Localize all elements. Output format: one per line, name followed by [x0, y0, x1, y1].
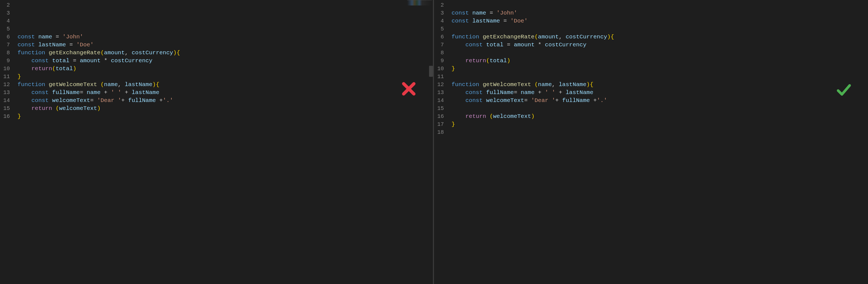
line-number[interactable]: 10 [434, 65, 446, 73]
line-number[interactable]: 16 [434, 113, 446, 120]
code-line[interactable]: return (welcomeText) [452, 113, 868, 120]
scrollbar-thumb[interactable] [429, 66, 433, 77]
editor-pane-left[interactable]: 2345678910111213141516 const name = 'Joh… [0, 0, 434, 284]
line-number[interactable]: 4 [434, 17, 446, 25]
line-number[interactable]: 15 [0, 104, 12, 113]
token-op [483, 89, 486, 96]
token-kw: const [31, 89, 49, 96]
code-line[interactable] [452, 49, 868, 57]
code-line[interactable]: const welcomeText= 'Dear '+ fullName +'.… [18, 96, 433, 104]
code-line[interactable] [18, 120, 433, 128]
line-number[interactable]: 8 [434, 49, 446, 57]
token-kw: const [31, 58, 49, 64]
line-number[interactable]: 3 [0, 9, 12, 17]
line-number[interactable]: 12 [0, 81, 12, 89]
line-number[interactable]: 13 [434, 89, 446, 96]
token-kw: const [465, 42, 483, 48]
line-number[interactable]: 14 [0, 96, 12, 104]
token-op: = [486, 10, 497, 16]
code-line[interactable]: } [18, 73, 433, 81]
token-op: * [535, 42, 545, 48]
token-var: lastName [132, 89, 159, 96]
code-line[interactable]: return (welcomeText) [18, 104, 433, 113]
token-var: fullName [128, 97, 156, 104]
code-line[interactable]: const lastName = 'Doe' [452, 17, 868, 25]
code-line[interactable]: function getWelcomeText (name, lastName)… [452, 81, 868, 89]
token-str: 'Doe' [510, 18, 528, 24]
code-line[interactable]: function getExchangeRate(amount, costCur… [18, 49, 433, 57]
line-number[interactable]: 15 [434, 104, 446, 113]
token-op [49, 58, 52, 64]
line-number[interactable]: 2 [434, 1, 446, 9]
token-op [49, 89, 52, 96]
token-op [35, 34, 38, 40]
line-number[interactable]: 2 [0, 1, 12, 9]
code-line[interactable]: return(total) [18, 65, 433, 73]
code-area[interactable]: const name = 'John'const lastName = 'Doe… [12, 0, 433, 284]
editor-pane-right[interactable]: 23456789101112131415161718 const name = … [434, 0, 868, 284]
token-str: '.' [163, 97, 173, 104]
code-line[interactable]: } [452, 65, 868, 73]
line-number[interactable]: 12 [434, 81, 446, 89]
line-number[interactable]: 18 [434, 128, 446, 136]
code-line[interactable] [452, 73, 868, 81]
code-line[interactable] [18, 25, 433, 33]
line-number[interactable]: 9 [0, 57, 12, 65]
code-line[interactable]: const lastName = 'Doe' [18, 41, 433, 49]
token-kw: const [465, 97, 483, 104]
token-kw: function [452, 82, 479, 88]
code-area[interactable]: const name = 'John'const lastName = 'Doe… [446, 0, 868, 284]
token-var: costCurrency [132, 50, 173, 56]
line-number[interactable]: 8 [0, 49, 12, 57]
line-number-gutter[interactable]: 2345678910111213141516 [0, 0, 12, 284]
code-line[interactable]: const total = amount * costCurrency [452, 41, 868, 49]
code-line[interactable]: } [18, 113, 433, 120]
token-var: name [104, 82, 118, 88]
editor-right[interactable]: 23456789101112131415161718 const name = … [434, 0, 868, 284]
line-number[interactable]: 10 [0, 65, 12, 73]
token-op [452, 42, 465, 48]
line-number[interactable]: 3 [434, 9, 446, 17]
token-kw: const [18, 42, 35, 48]
editor-left[interactable]: 2345678910111213141516 const name = 'Joh… [0, 0, 433, 284]
token-op: * [101, 58, 111, 64]
line-number[interactable]: 7 [434, 41, 446, 49]
code-line[interactable]: const total = amount * costCurrency [18, 57, 433, 65]
token-op: , [118, 82, 125, 88]
line-number[interactable]: 6 [0, 33, 12, 41]
code-line[interactable] [452, 128, 868, 136]
code-line[interactable]: const welcomeText= 'Dear '+ fullName +'.… [452, 96, 868, 104]
token-op: + [590, 97, 597, 104]
code-line[interactable] [18, 136, 433, 144]
token-op [52, 105, 56, 112]
code-line[interactable]: const fullName= name + ' ' + lastName [452, 89, 868, 96]
code-line[interactable]: const name = 'John' [452, 9, 868, 17]
line-number[interactable]: 5 [434, 25, 446, 33]
line-number[interactable]: 13 [0, 89, 12, 96]
code-line[interactable]: const name = 'John' [18, 33, 433, 41]
line-number[interactable]: 7 [0, 41, 12, 49]
code-line[interactable]: function getExchangeRate(amount, costCur… [452, 33, 868, 41]
line-number[interactable]: 11 [434, 73, 446, 81]
line-number[interactable]: 5 [0, 25, 12, 33]
code-line[interactable] [452, 25, 868, 33]
code-line[interactable]: function getWelcomeText (name, lastName)… [18, 81, 433, 89]
line-number[interactable]: 6 [434, 33, 446, 41]
line-number[interactable]: 14 [434, 96, 446, 104]
token-var: lastName [125, 82, 153, 88]
line-number-gutter[interactable]: 23456789101112131415161718 [434, 0, 446, 284]
token-var: lastName [559, 82, 587, 88]
code-line[interactable]: const fullName= name + ' ' + lastName [18, 89, 433, 96]
token-op [45, 50, 49, 56]
code-line[interactable]: return(total) [452, 57, 868, 65]
code-line[interactable] [18, 128, 433, 136]
line-number[interactable]: 17 [434, 120, 446, 128]
code-line[interactable]: } [452, 120, 868, 128]
line-number[interactable]: 4 [0, 17, 12, 25]
line-number[interactable]: 11 [0, 73, 12, 81]
line-number[interactable]: 9 [434, 57, 446, 65]
code-line[interactable] [452, 104, 868, 113]
code-line[interactable] [452, 1, 868, 9]
token-ret: return [31, 65, 52, 72]
line-number[interactable]: 16 [0, 113, 12, 120]
